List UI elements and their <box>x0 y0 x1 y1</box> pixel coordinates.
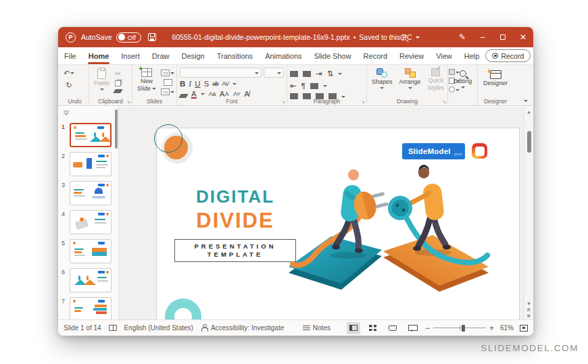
scrollbar-thumb[interactable] <box>527 131 531 153</box>
slide-canvas[interactable]: DIGITAL DIVIDE PRESENTATION TEMPLATE Sli… <box>157 128 519 319</box>
document-title[interactable]: 60555-01-digital-divide-powerpoint-templ… <box>172 27 419 47</box>
numbering-button[interactable] <box>303 71 311 77</box>
font-color-button[interactable]: A <box>191 90 197 98</box>
fit-slide-button[interactable] <box>520 325 528 332</box>
save-icon[interactable] <box>148 33 156 41</box>
undo-button[interactable]: ↶ <box>64 69 74 77</box>
slide-sorter-view-button[interactable] <box>366 322 380 334</box>
arrange-button[interactable]: Arrange <box>397 68 423 97</box>
paragraph-dialog-launcher[interactable]: ↘ <box>361 99 365 105</box>
accessibility-status[interactable]: Accessibility: Investigate <box>211 324 284 332</box>
tab-record[interactable]: Record <box>358 47 393 65</box>
next-slide-button[interactable]: » <box>526 314 531 318</box>
tab-design[interactable]: Design <box>175 47 210 65</box>
maximize-button[interactable] <box>493 27 513 47</box>
tab-transitions[interactable]: Transitions <box>211 47 259 65</box>
thumbnail-slide-1[interactable]: 1 <box>58 122 118 151</box>
ink-pen-button[interactable]: ✎ <box>452 27 472 47</box>
slide-indicator[interactable]: Slide 1 of 14 <box>64 324 101 332</box>
title-separator: • <box>353 33 356 41</box>
spell-check-icon[interactable] <box>109 325 117 331</box>
character-spacing-button[interactable]: AV <box>222 80 228 87</box>
line-spacing-button[interactable]: ⇅ <box>327 69 334 78</box>
reset-button[interactable] <box>164 79 172 86</box>
record-button[interactable]: Record <box>485 49 531 62</box>
section-button[interactable] <box>161 88 174 95</box>
thumbnail-scrollbar[interactable] <box>115 109 118 149</box>
language-indicator[interactable]: English (United States) <box>124 324 193 332</box>
tab-animations[interactable]: Animations <box>259 47 308 65</box>
format-painter-button[interactable] <box>114 89 122 93</box>
thumbnail-slide-6[interactable]: 6 <box>58 267 118 296</box>
paste-button[interactable]: Paste <box>92 68 112 97</box>
scroll-up-icon[interactable]: ▲ <box>526 109 531 114</box>
indent-more-button[interactable]: ⇥ <box>316 69 322 78</box>
zoom-slider[interactable] <box>433 328 486 329</box>
tab-file[interactable]: File <box>58 47 82 65</box>
powerpoint-app-icon[interactable]: P <box>66 32 76 43</box>
redo-button[interactable]: ↻ <box>66 81 72 89</box>
decrease-indent-button[interactable]: ⇤ <box>290 81 297 90</box>
font-name-dropdown[interactable] <box>180 68 262 78</box>
grow-font-button[interactable]: A˄ <box>220 90 229 98</box>
notes-button[interactable]: Notes <box>303 324 330 332</box>
tab-slide-show[interactable]: Slide Show <box>308 47 358 65</box>
vertical-scrollbar[interactable]: ▲ ▼ « » <box>524 107 533 319</box>
tab-help[interactable]: Help <box>458 47 486 65</box>
font-size-dropdown[interactable] <box>264 68 284 78</box>
quick-styles-button[interactable]: Quick Styles <box>426 68 447 97</box>
zoom-slider-thumb[interactable] <box>462 325 465 332</box>
thumbnail-slide-5[interactable]: 5 <box>58 238 118 267</box>
text-shadow-button[interactable]: S <box>203 80 209 88</box>
change-case-button[interactable]: Aa <box>209 90 216 97</box>
italic-button[interactable]: I <box>189 80 191 88</box>
tab-home[interactable]: Home <box>82 47 116 65</box>
format-painter-icon <box>113 89 122 93</box>
text-direction-button[interactable]: ¶ <box>301 82 305 90</box>
reading-view-button[interactable] <box>386 322 399 334</box>
toggle-knob-icon <box>118 34 125 41</box>
strikethrough-button[interactable]: ab <box>212 80 218 87</box>
bold-button[interactable]: B <box>180 80 185 88</box>
collapse-ribbon-button[interactable] <box>524 100 528 104</box>
clear-formatting-button[interactable]: A̸ <box>244 90 249 98</box>
autosave-toggle[interactable]: Off <box>116 32 142 43</box>
zoom-out-button[interactable]: − <box>425 323 430 333</box>
normal-view-button[interactable] <box>347 322 360 334</box>
zoom-level[interactable]: 61% <box>500 324 514 332</box>
clipboard-dialog-launcher[interactable]: ↘ <box>126 99 130 105</box>
thumbnail-slide-4[interactable]: 4 <box>58 209 118 238</box>
drawing-dialog-launcher[interactable]: ↘ <box>442 99 446 105</box>
tab-view[interactable]: View <box>430 47 458 65</box>
tab-insert[interactable]: Insert <box>115 47 146 65</box>
shrink-font-button[interactable]: A˅ <box>233 90 240 97</box>
thumbnail-slide-3[interactable]: 3 <box>58 180 118 209</box>
font-dialog-launcher[interactable]: ↘ <box>281 99 285 105</box>
tab-review[interactable]: Review <box>393 47 430 65</box>
group-paragraph: ⇥ ⇅ ⇤ ¶ <box>287 65 367 105</box>
layout-button[interactable] <box>161 70 174 76</box>
zoom-in-button[interactable]: + <box>489 323 494 333</box>
columns-button[interactable] <box>310 83 318 89</box>
bullets-button[interactable] <box>290 71 298 77</box>
scroll-down-icon[interactable]: ▼ <box>526 301 531 306</box>
underline-button[interactable]: U <box>195 80 200 88</box>
minimize-button[interactable]: – <box>472 27 493 47</box>
slide-subtitle-box[interactable]: PRESENTATION TEMPLATE <box>174 239 296 262</box>
close-button[interactable]: ✕ <box>513 27 533 47</box>
new-slide-button[interactable]: New Slide <box>135 68 158 97</box>
copy-button[interactable] <box>115 80 121 86</box>
thumbnail-slide-2[interactable]: 2 <box>58 151 118 180</box>
slideshow-view-button[interactable] <box>406 322 419 334</box>
previous-slide-button[interactable]: « <box>526 308 531 312</box>
cut-button[interactable]: ✂ <box>115 70 121 78</box>
designer-button[interactable]: Designer <box>481 68 510 97</box>
slide-title[interactable]: DIGITAL DIVIDE <box>174 186 296 233</box>
editing-button[interactable]: Editing <box>451 68 474 97</box>
chevron-down-icon <box>408 87 412 91</box>
thumbnail-pane-icon[interactable] <box>63 111 70 116</box>
zoom-slider-tick <box>460 326 460 330</box>
shapes-button[interactable]: Shapes <box>370 68 395 97</box>
highlight-button[interactable] <box>178 94 188 98</box>
tab-draw[interactable]: Draw <box>146 47 176 65</box>
